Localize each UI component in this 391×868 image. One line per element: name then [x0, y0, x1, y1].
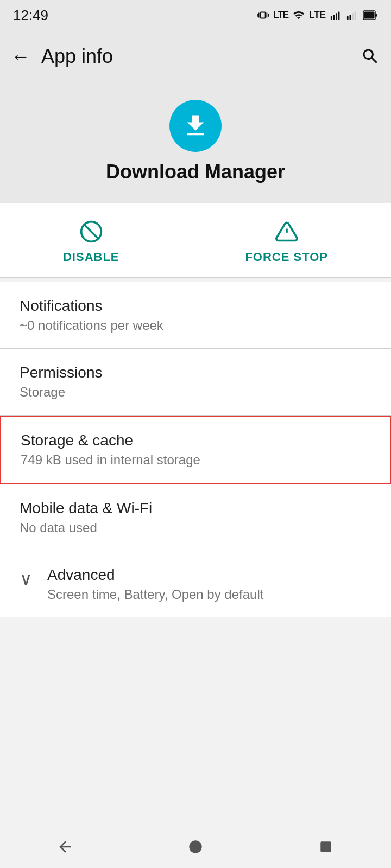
disable-icon	[78, 219, 104, 245]
permissions-title: Permissions	[20, 364, 371, 381]
app-name: Download Manager	[106, 161, 285, 183]
status-icons: LTE LTE	[257, 9, 378, 21]
nav-recents-button[interactable]	[304, 831, 348, 863]
disable-button[interactable]: DISABLE	[63, 219, 119, 264]
app-bar: ← App info	[0, 30, 391, 82]
content-area: Notifications ~0 notifications per week …	[0, 282, 391, 617]
svg-rect-4	[347, 16, 349, 20]
vibrate-icon	[257, 9, 269, 21]
back-button[interactable]: ←	[11, 45, 30, 68]
app-icon	[169, 100, 222, 152]
status-bar: 12:49 LTE LTE	[0, 0, 391, 30]
search-button[interactable]	[361, 47, 380, 66]
svg-rect-10	[375, 14, 377, 17]
lte-phone-icon: LTE	[273, 10, 288, 21]
mobile-data-subtitle: No data used	[20, 520, 371, 535]
page-title: App info	[41, 45, 113, 68]
notifications-title: Notifications	[20, 297, 371, 315]
section-divider	[0, 277, 391, 278]
storage-cache-item[interactable]: Storage & cache 749 kB used in internal …	[0, 416, 391, 484]
svg-rect-1	[333, 15, 335, 20]
mobile-data-title: Mobile data & Wi-Fi	[20, 500, 371, 517]
disable-label: DISABLE	[63, 250, 119, 264]
app-icon-section: Download Manager	[0, 82, 391, 203]
advanced-text: Advanced Screen time, Battery, Open by d…	[47, 566, 263, 602]
advanced-title: Advanced	[47, 566, 263, 584]
svg-rect-5	[350, 15, 351, 20]
permissions-item[interactable]: Permissions Storage	[0, 349, 391, 415]
notifications-subtitle: ~0 notifications per week	[20, 318, 371, 333]
wifi-icon	[293, 9, 305, 21]
advanced-item[interactable]: ∨ Advanced Screen time, Battery, Open by…	[0, 551, 391, 617]
permissions-subtitle: Storage	[20, 385, 371, 400]
nav-home-button[interactable]	[174, 831, 217, 863]
buttons-row: DISABLE FORCE STOP	[0, 203, 391, 277]
signal2-icon	[346, 9, 358, 21]
force-stop-icon	[274, 219, 300, 245]
lte-signal-icon: LTE	[309, 10, 326, 21]
status-time: 12:49	[13, 7, 48, 24]
svg-rect-16	[320, 841, 331, 852]
svg-point-15	[189, 840, 201, 853]
force-stop-label: FORCE STOP	[245, 250, 328, 264]
nav-bar	[0, 825, 391, 868]
nav-back-button[interactable]	[43, 831, 87, 863]
svg-rect-3	[338, 12, 340, 20]
svg-rect-7	[355, 12, 356, 20]
battery-icon	[363, 9, 378, 21]
signal-icon	[330, 9, 342, 21]
notifications-item[interactable]: Notifications ~0 notifications per week	[0, 282, 391, 348]
storage-title: Storage & cache	[21, 432, 370, 449]
svg-line-12	[84, 225, 98, 239]
chevron-down-icon: ∨	[20, 569, 32, 589]
force-stop-button[interactable]: FORCE STOP	[245, 219, 328, 264]
app-bar-left: ← App info	[11, 45, 113, 68]
advanced-subtitle: Screen time, Battery, Open by default	[47, 587, 263, 602]
svg-rect-9	[364, 12, 375, 19]
storage-subtitle: 749 kB used in internal storage	[21, 452, 370, 468]
mobile-data-item[interactable]: Mobile data & Wi-Fi No data used	[0, 484, 391, 551]
svg-rect-0	[331, 16, 332, 20]
svg-rect-6	[352, 13, 354, 20]
svg-rect-2	[336, 13, 337, 20]
